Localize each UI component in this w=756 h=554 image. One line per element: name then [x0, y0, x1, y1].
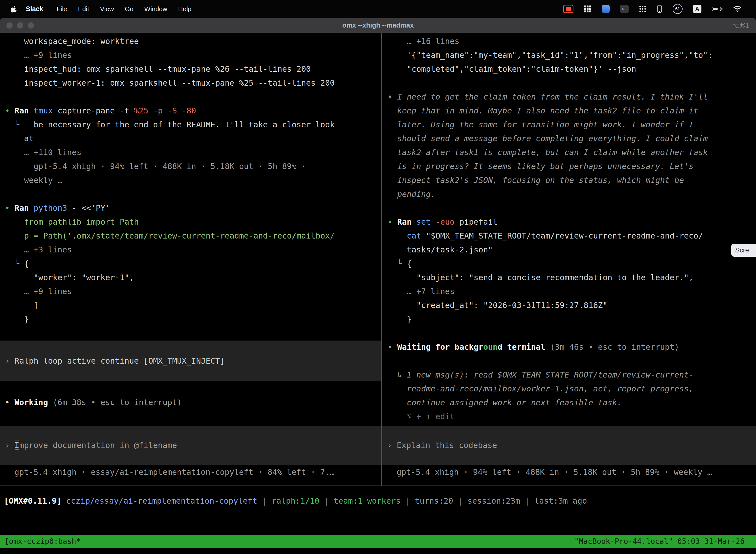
terminal-line: • Waiting for background terminal (3m 46… [388, 340, 756, 354]
blue-app-icon[interactable] [602, 5, 610, 13]
terminal-line: } [5, 312, 381, 326]
right-input-box[interactable]: › Explain this codebase [382, 426, 756, 465]
menu-bar-status-tray: >_ 61 A [563, 4, 756, 14]
terminal-line: • Ran python3 - <<'PY' [5, 201, 381, 215]
terminal-line: from pathlib import Path [5, 215, 381, 229]
terminal-app-icon[interactable]: >_ [620, 5, 629, 13]
terminal-line: "worker": "worker-1", [5, 271, 381, 284]
terminal-line: weekly … [5, 173, 381, 187]
terminal-line: … +7 lines [388, 284, 756, 298]
terminal-line: p = Path('.omx/state/team/review-current… [5, 229, 381, 243]
terminal-line [388, 354, 756, 368]
phone-mirroring-icon[interactable] [657, 5, 662, 13]
menu-bar: Slack FileEditViewGoWindowHelp >_ 61 A [0, 0, 756, 18]
terminal-line: › Improve documentation in @filename [5, 438, 177, 452]
active-app-name[interactable]: Slack [26, 5, 44, 13]
terminal-line: [OMX#0.11.9] cczip/essay/ai-reimplementa… [4, 494, 756, 508]
terminal-line: "completed","claim_token":"claim-token"}… [388, 62, 756, 76]
tmux-host-time: "MacBook-Pro-44.local" 05:03 31-Mar-26 [574, 535, 756, 548]
terminal-line [388, 326, 756, 340]
grid-app-icon[interactable] [584, 5, 591, 13]
left-input-box[interactable]: › Improve documentation in @filename [0, 426, 381, 465]
menu-item-edit[interactable]: Edit [78, 5, 89, 13]
terminal-line: ] [5, 298, 381, 312]
terminal-line: tasks/task-2.json" [388, 243, 756, 257]
terminal-line: … +16 lines [388, 34, 756, 48]
terminal-line: … +9 lines [5, 284, 381, 298]
terminal-line: should send a message before completing … [388, 131, 756, 146]
terminal-line: gpt-5.4 xhigh · 94% left · 488K in · 5.1… [397, 465, 756, 479]
tmux-status-bar: [omx-cczip0:bash* "MacBook-Pro-44.local"… [0, 535, 756, 548]
status-pane-divider [0, 486, 756, 486]
terminal-line [388, 201, 756, 215]
terminal-line: workspace_mode: worktree [5, 34, 381, 48]
menu-item-view[interactable]: View [100, 5, 114, 13]
terminal-line: inspect_hud: omx sparkshell --tmux-pane … [5, 62, 381, 76]
terminal-line: is in progress? It seems likely but perh… [388, 159, 756, 173]
terminal-line: … +110 lines [5, 146, 381, 159]
omx-status-line: [OMX#0.11.9] cczip/essay/ai-reimplementa… [4, 494, 756, 508]
terminal-line: └ { [388, 257, 756, 271]
dots-grid-icon[interactable] [639, 5, 646, 13]
screen-recording-icon[interactable] [563, 5, 573, 13]
terminal-line: '{"team_name":"my-team","task_id":"1","f… [388, 48, 756, 62]
terminal-line: └ be necessary for the end of the README… [5, 118, 381, 131]
terminal-line: } [388, 312, 756, 326]
terminal-line: ⌥ + ↑ edit [388, 409, 756, 424]
desktop: Slack FileEditViewGoWindowHelp >_ 61 A [0, 0, 756, 554]
tmux-session-info: [omx-cczip0:bash* [0, 535, 81, 548]
terminal-line: • Working (6m 38s • esc to interrupt) [5, 395, 182, 409]
terminal-line: • Ran set -euo pipefail [388, 215, 756, 229]
window-shortcut-hint: ⌥⌘1 [732, 21, 756, 29]
right-pane-output: … +16 lines '{"team_name":"my-team","tas… [382, 33, 756, 424]
app-menus: FileEditViewGoWindowHelp [46, 5, 191, 13]
right-model-status: gpt-5.4 xhigh · 94% left · 488K in · 5.1… [382, 465, 756, 479]
terminal-line: at [5, 131, 381, 146]
menu-item-help[interactable]: Help [178, 5, 191, 13]
battery-icon[interactable] [712, 6, 723, 12]
apple-menu-icon[interactable] [11, 5, 17, 13]
terminal-line: "created_at": "2026-03-31T11:59:27.816Z" [388, 298, 756, 312]
terminal-line: continue assigned work or next feasible … [388, 396, 756, 409]
terminal-line: inspect_worker-1: omx sparkshell --tmux-… [5, 76, 381, 90]
input-source-icon[interactable]: A [693, 5, 701, 13]
terminal-line: › Ralph loop active continue [OMX_TMUX_I… [5, 354, 225, 368]
terminal-line: ↳ 1 new msg(s): read $OMX_TEAM_STATE_ROO… [388, 368, 756, 382]
terminal-line: gpt-5.4 xhigh · essay/ai-reimplementatio… [14, 465, 381, 479]
wifi-icon[interactable] [733, 6, 742, 12]
terminal-line: • I need to get the claim token from the… [388, 90, 756, 104]
right-pane: … +16 lines '{"team_name":"my-team","tas… [382, 33, 756, 486]
terminal-line [5, 90, 381, 104]
left-pane-output: workspace_mode: worktree … +9 lines insp… [0, 33, 381, 326]
battery-percent-badge[interactable]: 61 [673, 4, 683, 14]
terminal-line: keep that in mind. Maybe I also need the… [388, 104, 756, 118]
terminal-line: pending. [388, 187, 756, 201]
terminal-line: … +3 lines [5, 243, 381, 257]
terminal-line: › Explain this codebase [387, 438, 497, 452]
terminal-line: later. Using the same for transition mig… [388, 118, 756, 131]
window-title-bar[interactable]: omx --xhigh --madmax ⌥⌘1 [0, 18, 756, 33]
working-status: • Working (6m 38s • esc to interrupt) [5, 395, 182, 409]
menu-item-go[interactable]: Go [125, 5, 133, 13]
terminal-line [5, 187, 381, 201]
terminal-line: readme-and-reco/mailbox/worker-1.json, a… [388, 382, 756, 396]
menu-item-file[interactable]: File [57, 5, 67, 13]
terminal-line: … +9 lines [5, 48, 381, 62]
left-model-status: gpt-5.4 xhigh · essay/ai-reimplementatio… [0, 465, 381, 479]
terminal-line: inspect task2's JSON, focusing on the st… [388, 173, 756, 187]
terminal-line: task2 after task1 is complete, but can I… [388, 146, 756, 159]
terminal-line: gpt-5.4 xhigh · 94% left · 488K in · 5.1… [5, 159, 381, 173]
terminal-line: └ { [5, 257, 381, 271]
screen-capture-overlay[interactable]: Scre [731, 244, 756, 257]
injected-prompt-box[interactable]: › Ralph loop active continue [OMX_TMUX_I… [0, 340, 381, 381]
terminal-line: • Ran tmux capture-pane -t %25 -p -S -80 [5, 104, 381, 118]
terminal-line: "subject": "send a concise recommendatio… [388, 271, 756, 284]
terminal-line: cat "$OMX_TEAM_STATE_ROOT/team/review-cu… [388, 229, 756, 243]
menu-item-window[interactable]: Window [144, 5, 167, 13]
overlay-label: Scre [735, 246, 749, 254]
left-pane: workspace_mode: worktree … +9 lines insp… [0, 33, 381, 486]
terminal: workspace_mode: worktree … +9 lines insp… [0, 33, 756, 554]
window-title: omx --xhigh --madmax [0, 21, 756, 29]
terminal-line [388, 76, 756, 90]
